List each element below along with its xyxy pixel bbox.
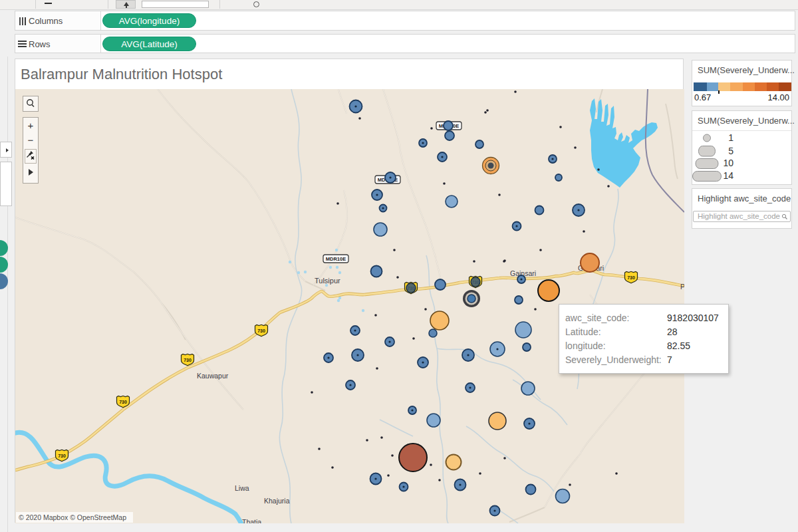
svg-text:Khajuria: Khajuria (264, 497, 290, 505)
svg-text:730: 730 (119, 400, 127, 404)
svg-text:Liwa: Liwa (235, 484, 249, 492)
svg-text:10: 10 (723, 158, 733, 168)
svg-text:5: 5 (728, 146, 733, 156)
svg-text:730: 730 (257, 329, 265, 333)
svg-text:1: 1 (728, 132, 733, 143)
svg-text:730: 730 (58, 454, 66, 458)
svg-text:730: 730 (627, 275, 635, 280)
svg-text:P: P (680, 283, 684, 291)
svg-text:14: 14 (723, 170, 733, 181)
svg-text:MDR10E: MDR10E (326, 256, 346, 262)
svg-text:Kauwapur: Kauwapur (197, 372, 229, 380)
svg-text:Tulsipur: Tulsipur (315, 277, 340, 285)
svg-text:730: 730 (184, 358, 192, 362)
svg-text:Thatia: Thatia (242, 518, 261, 523)
